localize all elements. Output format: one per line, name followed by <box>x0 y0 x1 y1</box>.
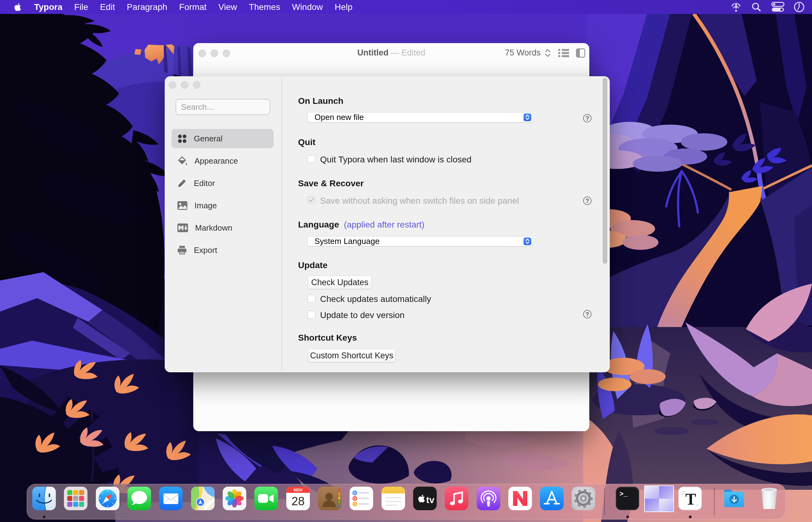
svg-text:NOV: NOV <box>294 487 303 492</box>
svg-text:>_: >_ <box>619 490 628 498</box>
svg-text:T: T <box>685 490 696 508</box>
svg-text:28: 28 <box>292 495 305 508</box>
svg-text:tv: tv <box>426 495 434 505</box>
